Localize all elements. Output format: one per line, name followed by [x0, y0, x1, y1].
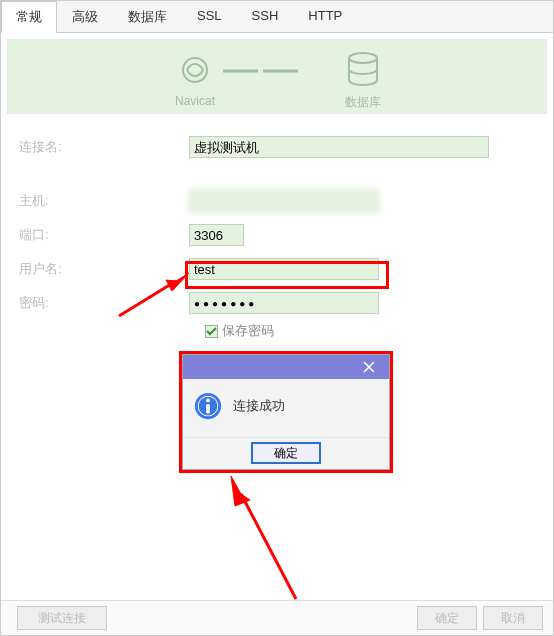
database-icon — [343, 48, 383, 92]
checkmark-icon — [206, 326, 217, 337]
footer-bar: 测试连接 确定 取消 — [1, 600, 553, 635]
test-connection-button[interactable]: 测试连接 — [17, 606, 107, 630]
user-label: 用户名: — [19, 260, 189, 278]
tab-http[interactable]: HTTP — [293, 1, 357, 33]
diagram-left-label: Navicat — [145, 94, 245, 108]
dialog-titlebar[interactable] — [183, 355, 389, 379]
svg-line-10 — [241, 494, 296, 599]
svg-marker-11 — [231, 476, 250, 506]
save-pass-label: 保存密码 — [222, 322, 274, 340]
port-input[interactable]: 3306 — [189, 224, 244, 246]
host-label: 主机: — [19, 192, 189, 210]
svg-rect-9 — [206, 404, 210, 413]
svg-point-8 — [206, 398, 210, 402]
dialog-message: 连接成功 — [233, 391, 285, 415]
tab-ssh[interactable]: SSH — [237, 1, 294, 33]
tab-ssl[interactable]: SSL — [182, 1, 237, 33]
navicat-icon — [173, 48, 217, 92]
user-input[interactable]: test — [189, 258, 379, 280]
annotation-highlight-dialog: 连接成功 确定 — [179, 351, 393, 473]
pass-input[interactable]: ●●●●●●● — [189, 292, 379, 314]
dialog-ok-button[interactable]: 确定 — [251, 442, 321, 464]
connection-form: 连接名: 虚拟测试机 主机: 端口: 3306 用户名: test 密码: ●●… — [1, 114, 553, 340]
conn-name-input[interactable]: 虚拟测试机 — [189, 136, 489, 158]
annotation-arrow-2 — [211, 474, 311, 604]
tab-general[interactable]: 常规 — [1, 1, 57, 33]
conn-name-label: 连接名: — [19, 138, 189, 156]
svg-point-2 — [349, 53, 377, 63]
cancel-button[interactable]: 取消 — [483, 606, 543, 630]
tab-advanced[interactable]: 高级 — [57, 1, 113, 33]
port-label: 端口: — [19, 226, 189, 244]
close-icon — [363, 361, 375, 373]
info-icon — [193, 391, 223, 425]
dialog-close-button[interactable] — [349, 355, 389, 379]
connection-diagram: Navicat 数据库 — [7, 39, 547, 114]
save-pass-checkbox[interactable] — [205, 325, 218, 338]
ok-button[interactable]: 确定 — [417, 606, 477, 630]
diagram-right-label: 数据库 — [313, 94, 413, 111]
message-dialog: 连接成功 确定 — [182, 354, 390, 470]
host-input[interactable] — [189, 190, 379, 212]
connection-line-icon — [223, 68, 333, 74]
tab-database[interactable]: 数据库 — [113, 1, 182, 33]
content-pane: Navicat 数据库 连接名: 虚拟测试机 主机: 端口: 3306 用户名:… — [1, 39, 553, 610]
pass-label: 密码: — [19, 294, 189, 312]
svg-point-0 — [183, 58, 207, 82]
tab-bar: 常规 高级 数据库 SSL SSH HTTP — [1, 1, 553, 33]
